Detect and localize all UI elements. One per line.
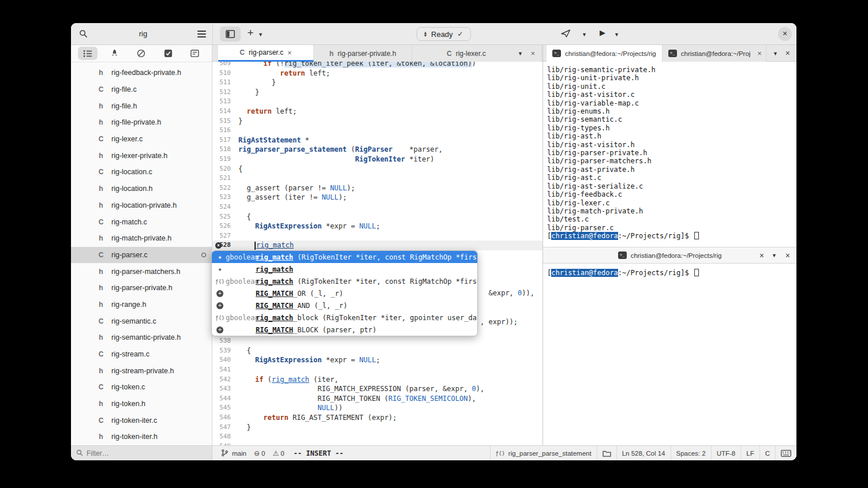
code-line-540[interactable]: 540 RigAstExpression *expr = NULL; xyxy=(212,355,542,365)
terminal-tabs-chevron-icon[interactable]: ▼ xyxy=(773,51,778,57)
close-icon[interactable]: × xyxy=(530,49,535,58)
run-chevron-icon[interactable]: ▼ xyxy=(614,32,619,37)
completion-item[interactable]: ★gbooleanrig_match (RigTokenIter *iter, … xyxy=(212,251,477,263)
file-row-rig-match-private.h[interactable]: hrig-match-private.h xyxy=(71,230,212,247)
code-line-547[interactable]: 547 } xyxy=(212,423,542,433)
code-line-526[interactable]: 526 RigAstExpression *expr = NULL; xyxy=(212,222,542,231)
file-row-rig-parser-matchers.h[interactable]: hrig-parser-matchers.h xyxy=(71,263,212,280)
file-row-rig-semantic-private.h[interactable]: hrig-semantic-private.h xyxy=(71,329,212,346)
file-row-rig-parser-private.h[interactable]: hrig-parser-private.h xyxy=(71,280,212,296)
completion-item[interactable]: +RIG_MATCH_OR (_l, _r) xyxy=(212,287,477,299)
code-line-511[interactable]: 511 } xyxy=(212,78,542,88)
file-row-rig-token-iter.c[interactable]: Crig-token-iter.c xyxy=(71,412,212,429)
search-input[interactable]: rig xyxy=(94,29,192,38)
chevron-down-icon[interactable]: ▼ xyxy=(772,253,777,258)
code-line-523[interactable]: 523 g_assert (iter != NULL); xyxy=(212,193,542,202)
file-row-rig-match.c[interactable]: Crig-match.c xyxy=(71,213,212,230)
code-line-548[interactable]: 548 xyxy=(212,432,542,442)
close-icon[interactable]: × xyxy=(287,48,292,57)
code-line-546[interactable]: 546 return RIG_AST_STATEMENT (expr); xyxy=(212,413,542,423)
code-line-522[interactable]: 522 g_assert (parser != NULL); xyxy=(212,183,542,193)
close-icon[interactable]: × xyxy=(785,251,790,260)
file-row-rig-range.h[interactable]: hrig-range.h xyxy=(71,296,212,313)
file-row-rig-file.h[interactable]: hrig-file.h xyxy=(71,97,212,114)
code-line-517[interactable]: 517RigAstStatement * xyxy=(212,136,542,145)
menu-icon[interactable] xyxy=(197,31,206,37)
code-line-516[interactable]: 516 xyxy=(212,126,542,136)
completion-item[interactable]: ƒ{}gbooleanrig_match_block (RigTokenIter… xyxy=(212,311,477,324)
file-row-rig-lexer-private.h[interactable]: hrig-lexer-private.h xyxy=(71,147,212,164)
file-row-rig-token.h[interactable]: hrig-token.h xyxy=(71,396,212,412)
code-line-544[interactable]: 544 RIG_MATCH_TOKEN (RIG_TOKEN_SEMICOLON… xyxy=(212,394,542,404)
file-row-rig-location.h[interactable]: hrig-location.h xyxy=(71,181,212,197)
code-line-527[interactable]: 527 xyxy=(212,231,542,241)
code-line-510[interactable]: 510 return left; xyxy=(212,69,542,78)
tests-button[interactable] xyxy=(158,47,178,60)
file-row-rig-stream-private.h[interactable]: hrig-stream-private.h xyxy=(71,362,212,379)
file-row-rig-token.c[interactable]: Crig-token.c xyxy=(71,379,212,396)
file-row-rig-file-private.h[interactable]: hrig-file-private.h xyxy=(71,114,212,131)
code-line-545[interactable]: 545 NULL)) xyxy=(212,403,542,413)
file-row-rig-location.c[interactable]: Crig-location.c xyxy=(71,164,212,181)
deploy-button[interactable] xyxy=(561,29,571,40)
project-folder-cell[interactable] xyxy=(597,446,616,460)
code-line-519[interactable]: 519 RigTokenIter *iter) xyxy=(212,155,542,164)
current-symbol-cell[interactable]: ƒ{} rig_parser_parse_statement xyxy=(490,446,597,460)
indentation-cell[interactable]: Spaces: 2 xyxy=(671,446,711,460)
file-row-rig-parser.c[interactable]: Crig-parser.c xyxy=(71,247,212,264)
file-row-rig-semantic.c[interactable]: Crig-semantic.c xyxy=(71,313,212,329)
tab-list-chevron-icon[interactable]: ▼ xyxy=(518,51,523,57)
close-icon[interactable]: × xyxy=(757,49,762,58)
tab-rig-parser-private-h[interactable]: h rig-parser-private.h xyxy=(314,45,412,62)
code-line-513[interactable]: 513 xyxy=(212,97,542,107)
completion-item[interactable]: +RIG_MATCH_BLOCK (parser, ptr) xyxy=(212,324,477,336)
branch-name[interactable]: main xyxy=(232,450,246,457)
code-line-538[interactable]: 538 xyxy=(212,336,542,346)
terminal-1[interactable]: lib/rig-semantic-private.hlib/rig-unit-p… xyxy=(543,62,796,247)
tab-rig-lexer-c[interactable]: C rig-lexer.c ▼ × xyxy=(412,45,542,62)
toggle-sidebar-button[interactable] xyxy=(220,27,241,42)
code-line-528[interactable]: ×528 rig_match xyxy=(212,241,542,250)
line-ending-cell[interactable]: LF xyxy=(740,446,759,460)
build-targets-button[interactable] xyxy=(105,47,125,60)
file-row-rig-feedback-private.h[interactable]: hrig-feedback-private.h xyxy=(71,65,212,81)
terminal-panel-close-icon[interactable]: × xyxy=(785,48,790,58)
new-document-chevron-icon[interactable]: ▼ xyxy=(258,32,263,37)
deploy-chevron-icon[interactable]: ▼ xyxy=(582,32,587,37)
error-count[interactable]: 0 xyxy=(261,450,265,457)
cursor-position-cell[interactable]: Ln 528, Col 14 xyxy=(616,446,671,460)
new-document-button[interactable]: + xyxy=(245,27,256,39)
code-line-542[interactable]: 542 if (rig_match (iter, xyxy=(212,375,542,385)
tab-rig-parser-c[interactable]: C rig-parser.c × xyxy=(218,45,314,62)
run-button[interactable]: ▶ xyxy=(600,28,605,37)
encoding-cell[interactable]: UTF-8 xyxy=(711,446,741,460)
file-row-rig-location-private.h[interactable]: hrig-location-private.h xyxy=(71,197,212,214)
window-close-button[interactable]: × xyxy=(778,27,792,41)
code-line-541[interactable]: 541 xyxy=(212,365,542,375)
file-row-rig-stream.c[interactable]: Crig-stream.c xyxy=(71,346,212,363)
completion-item[interactable]: ★rig_match xyxy=(212,263,477,275)
terminal-2[interactable]: [christian@fedora:~/Projects/rig]$ xyxy=(543,264,796,445)
notes-button[interactable] xyxy=(185,47,205,60)
file-row-rig-file.c[interactable]: Crig-file.c xyxy=(71,81,212,98)
keyboard-cell[interactable] xyxy=(775,446,796,460)
code-line-514[interactable]: 514 return left; xyxy=(212,107,542,117)
code-line-525[interactable]: 525 { xyxy=(212,212,542,222)
file-row-rig-token-iter.h[interactable]: hrig-token-iter.h xyxy=(71,429,212,445)
code-line-543[interactable]: 543 RIG_MATCH_EXPRESSION (parser, &expr,… xyxy=(212,384,542,394)
code-line-520[interactable]: 520{ xyxy=(212,164,542,174)
terminal-tab-2[interactable]: >_ christian@fedora:~/Projects × xyxy=(663,45,766,62)
language-cell[interactable]: C xyxy=(760,446,775,460)
terminal-tab-1[interactable]: >_ christian@fedora:~/Projects/rig xyxy=(547,45,663,62)
filter-input[interactable] xyxy=(87,449,196,457)
completion-item[interactable]: +RIG_MATCH_AND (_l, _r) xyxy=(212,299,477,311)
project-tree-button[interactable] xyxy=(78,47,98,60)
code-line-524[interactable]: 524 xyxy=(212,202,542,212)
code-line-512[interactable]: 512 } xyxy=(212,88,542,97)
diagnostics-button[interactable] xyxy=(132,47,151,60)
file-row-rig-lexer.c[interactable]: Crig-lexer.c xyxy=(71,131,212,148)
code-line-521[interactable]: 521 xyxy=(212,174,542,183)
code-line-539[interactable]: 539 { xyxy=(212,346,542,356)
warning-count[interactable]: 0 xyxy=(280,450,284,457)
close-icon[interactable]: × xyxy=(760,251,764,260)
